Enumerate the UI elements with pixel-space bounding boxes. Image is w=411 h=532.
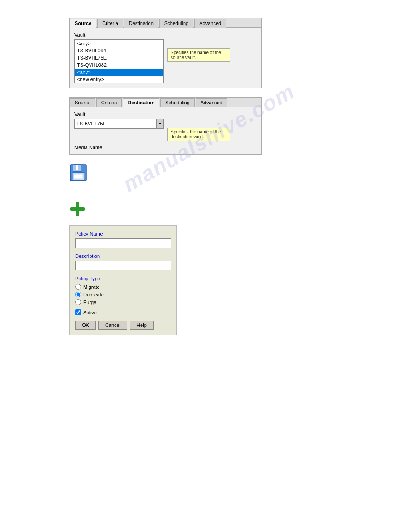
vault-option-new-entry[interactable]: <new entry> [75, 76, 163, 83]
policy-name-label: Policy Name [75, 231, 171, 236]
media-name-label: Media Name [74, 145, 257, 150]
vault-label: Vault [74, 32, 257, 38]
add-policy-icon[interactable] [69, 201, 86, 217]
source-tab-content: Vault <any> TS-BVHL094 TS-BVHL75E TS-QVH… [70, 28, 261, 88]
vault-option-qvhl082[interactable]: TS-QVHL082 [75, 61, 163, 69]
description-label: Description [75, 253, 171, 259]
dest-tab-source[interactable]: Source [70, 98, 95, 107]
dest-tab-destination[interactable]: Destination [123, 98, 159, 107]
dest-tab-scheduling[interactable]: Scheduling [160, 98, 194, 107]
tab-destination[interactable]: Destination [124, 19, 158, 28]
tab-criteria[interactable]: Criteria [97, 19, 123, 28]
save-icon[interactable] [69, 164, 87, 182]
source-tab-panel: Source Criteria Destination Scheduling A… [69, 18, 262, 88]
source-panel: Source Criteria Destination Scheduling A… [69, 18, 262, 88]
migrate-radio-row: Migrate [75, 284, 171, 290]
help-button[interactable]: Help [130, 321, 154, 330]
dest-tab-criteria[interactable]: Criteria [96, 98, 122, 107]
svg-rect-2 [76, 165, 78, 170]
ok-button[interactable]: OK [75, 321, 96, 330]
source-tab-bar: Source Criteria Destination Scheduling A… [70, 18, 261, 28]
vault-option-bvhl094[interactable]: TS-BVHL094 [75, 47, 163, 54]
policy-type-label: Policy Type [75, 276, 171, 281]
policy-dialog: Policy Name Description Policy Type Migr… [69, 225, 177, 335]
vault-dropdown-list[interactable]: <any> TS-BVHL094 TS-BVHL75E TS-QVHL082 <… [74, 39, 164, 83]
tab-advanced[interactable]: Advanced [194, 19, 226, 28]
save-section [69, 164, 411, 183]
dest-vault-arrow[interactable]: ▼ [156, 119, 163, 128]
svg-rect-6 [70, 207, 85, 211]
tab-scheduling[interactable]: Scheduling [159, 19, 193, 28]
purge-radio-row: Purge [75, 299, 171, 305]
cancel-button[interactable]: Cancel [98, 321, 127, 330]
policy-type-section: Policy Type Migrate Duplicate Purge [75, 276, 171, 305]
vault-dropdown-area: <any> TS-BVHL094 TS-BVHL75E TS-QVHL082 <… [74, 39, 257, 83]
destination-tab-content: Vault ▼ Specifies the name of the destin… [70, 107, 261, 154]
duplicate-radio[interactable] [75, 292, 81, 297]
purge-radio[interactable] [75, 299, 81, 305]
vault-options: <any> TS-BVHL094 TS-BVHL75E TS-QVHL082 <… [75, 40, 163, 83]
tab-source[interactable]: Source [70, 19, 96, 28]
dest-vault-label: Vault [74, 112, 257, 117]
duplicate-label: Duplicate [83, 292, 104, 297]
destination-panel: Source Criteria Destination Scheduling A… [69, 97, 262, 155]
destination-tab-panel: Source Criteria Destination Scheduling A… [69, 97, 262, 155]
dest-tab-advanced[interactable]: Advanced [196, 98, 227, 107]
dest-vault-tooltip: Specifies the name of the destination va… [167, 128, 230, 141]
vault-option-any[interactable]: <any> [75, 40, 163, 47]
active-checkbox[interactable] [75, 309, 81, 315]
bottom-section: Policy Name Description Policy Type Migr… [69, 201, 411, 335]
dest-vault-combo[interactable]: ▼ [74, 119, 164, 129]
policy-name-input[interactable] [75, 238, 171, 248]
section-divider [27, 192, 384, 192]
duplicate-radio-row: Duplicate [75, 292, 171, 297]
source-vault-tooltip: Specifies the name of the source vault. [167, 48, 230, 62]
svg-rect-4 [74, 174, 83, 179]
migrate-label: Migrate [83, 284, 100, 290]
migrate-radio[interactable] [75, 284, 81, 290]
active-label: Active [83, 310, 97, 315]
vault-option-any2[interactable]: <any> [75, 69, 163, 76]
vault-option-bvhl75e[interactable]: TS-BVHL75E [75, 54, 163, 61]
description-input[interactable] [75, 261, 171, 270]
active-checkbox-row: Active [75, 309, 171, 315]
dest-vault-input[interactable] [75, 120, 156, 127]
dialog-button-row: OK Cancel Help [75, 321, 171, 330]
destination-tab-bar: Source Criteria Destination Scheduling A… [70, 98, 261, 107]
dest-vault-dropdown-area: ▼ Specifies the name of the destination … [74, 119, 257, 141]
purge-label: Purge [83, 300, 96, 305]
